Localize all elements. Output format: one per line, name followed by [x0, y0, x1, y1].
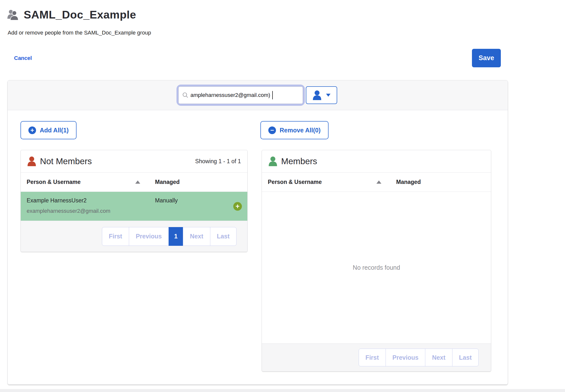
remove-all-label: Remove All(0) [280, 127, 321, 134]
pagination-next-button[interactable]: Next [183, 227, 210, 246]
add-all-button[interactable]: + Add All(1) [20, 121, 77, 139]
empty-message: No records found [353, 264, 400, 271]
column-header-managed: Managed [155, 179, 180, 185]
members-person-icon [268, 156, 277, 166]
members-title: Members [281, 156, 317, 166]
not-members-pagination: First Previous 1 Next Last [102, 227, 236, 246]
chevron-down-icon [326, 94, 331, 97]
not-members-person-icon [27, 156, 36, 166]
group-membership-panel: ampleharnessuser2@gmail.com) + Add All(1… [7, 80, 508, 385]
page-title: SAML_Doc_Example [24, 8, 136, 21]
members-empty-state: No records found [262, 192, 491, 343]
sort-asc-icon [376, 180, 381, 184]
remove-all-button[interactable]: − Remove All(0) [260, 121, 329, 139]
column-header-person-username[interactable]: Person & Username [27, 179, 140, 185]
not-members-card: Not Members Showing 1 - 1 of 1 Person & … [20, 150, 248, 252]
members-table-header: Person & Username Managed [262, 173, 491, 192]
person-name: Example HarnessUser2 [27, 197, 140, 204]
column-header-person-username[interactable]: Person & Username [268, 179, 381, 185]
members-card: Members Person & Username Managed No rec… [262, 150, 491, 372]
pagination-first-button[interactable]: First [359, 349, 386, 366]
header-actions: Cancel Save [14, 49, 501, 67]
pagination-previous-button[interactable]: Previous [386, 349, 426, 366]
person-username: exampleharnessuser2@gmail.com [27, 208, 140, 214]
pagination-next-button[interactable]: Next [425, 349, 452, 366]
group-icon [7, 9, 20, 20]
page-header: SAML_Doc_Example [7, 8, 565, 21]
managed-cell: Manually [155, 197, 178, 214]
page-bottom-strip [0, 389, 565, 392]
add-all-label: Add All(1) [40, 127, 69, 134]
members-header: Members [262, 150, 491, 173]
pagination-last-button[interactable]: Last [452, 349, 479, 366]
search-input-value: ampleharnessuser2@gmail.com) [191, 92, 270, 98]
save-button[interactable]: Save [472, 49, 501, 67]
pagination-page-1-button[interactable]: 1 [169, 227, 183, 246]
search-type-dropdown[interactable] [306, 86, 337, 104]
panel-content: + Add All(1) − Remove All(0) Not Members… [8, 110, 508, 384]
person-icon [312, 90, 322, 100]
cancel-link[interactable]: Cancel [14, 55, 32, 61]
search-input[interactable]: ampleharnessuser2@gmail.com) [178, 87, 303, 104]
pagination-first-button[interactable]: First [102, 227, 129, 246]
person-cell: Example HarnessUser2 exampleharnessuser2… [27, 197, 140, 214]
search-section: ampleharnessuser2@gmail.com) [8, 80, 508, 110]
table-row[interactable]: Example HarnessUser2 exampleharnessuser2… [21, 192, 247, 221]
members-footer: First Previous Next Last [262, 343, 491, 371]
not-members-footer: First Previous 1 Next Last [21, 221, 247, 252]
minus-circle-icon: − [268, 126, 276, 134]
not-members-table-header: Person & Username Managed [21, 173, 247, 192]
pagination-last-button[interactable]: Last [210, 227, 236, 246]
not-members-showing-count: Showing 1 - 1 of 1 [195, 158, 241, 165]
sort-asc-icon [135, 180, 140, 184]
not-members-title: Not Members [40, 156, 92, 166]
page-subtitle: Add or remove people from the SAML_Doc_E… [8, 30, 565, 36]
pagination-previous-button[interactable]: Previous [129, 227, 169, 246]
column-header-managed: Managed [396, 179, 421, 185]
search-icon [182, 92, 189, 98]
text-cursor [272, 91, 273, 99]
add-member-icon[interactable]: + [233, 202, 242, 211]
not-members-header: Not Members Showing 1 - 1 of 1 [21, 150, 247, 173]
members-pagination: First Previous Next Last [359, 349, 479, 366]
plus-circle-icon: + [28, 126, 36, 134]
search-focus-ring: ampleharnessuser2@gmail.com) [178, 87, 303, 104]
